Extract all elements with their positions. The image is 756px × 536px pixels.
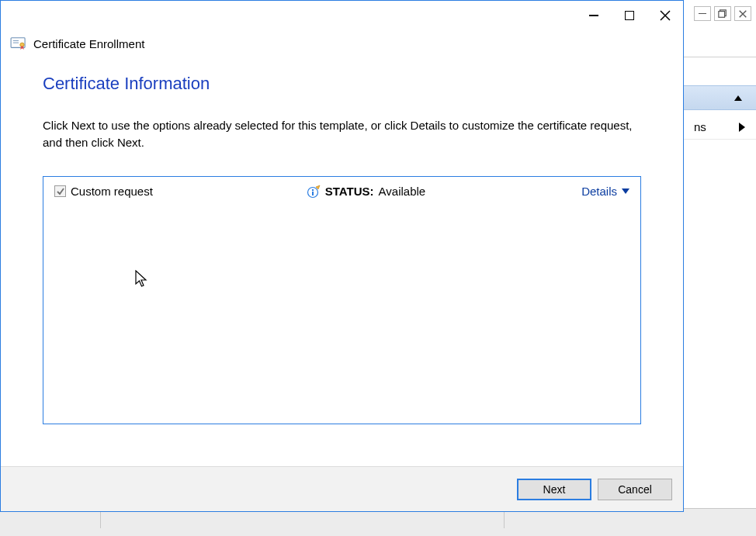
dialog-window-controls (576, 4, 683, 27)
template-status: STATUS: Available (307, 185, 514, 199)
dialog-header: Certificate Enrollment (1, 29, 683, 54)
parent-restore-button[interactable] (714, 6, 731, 21)
cancel-button-label: Cancel (618, 483, 652, 496)
instruction-text: Click Next to use the options already se… (43, 117, 641, 151)
next-button[interactable]: Next (517, 479, 591, 500)
minimize-button[interactable] (576, 4, 612, 27)
certificate-templates-list: Custom request STATUS: Available De (43, 176, 641, 424)
template-checkbox[interactable] (54, 185, 66, 197)
dialog-title: Certificate Enrollment (33, 37, 144, 50)
dialog-body: Certificate Information Click Next to us… (1, 54, 683, 466)
parent-minimize-button[interactable] (694, 6, 711, 21)
parent-window-controls (694, 6, 751, 21)
certificate-icon (10, 36, 27, 50)
svg-rect-8 (312, 192, 314, 195)
certificate-enrollment-dialog: Certificate Enrollment Certificate Infor… (0, 0, 684, 512)
parent-actions-row[interactable]: ns (683, 115, 756, 140)
parent-column-header[interactable] (683, 85, 756, 110)
svg-rect-1 (719, 11, 725, 17)
parent-truncated-label: ns (694, 120, 706, 133)
dialog-footer: Next Cancel (1, 466, 683, 511)
parent-status-bar (0, 508, 756, 536)
info-icon (307, 185, 321, 199)
status-label: STATUS: (325, 185, 374, 198)
status-value: Available (379, 185, 426, 198)
close-button[interactable] (647, 4, 683, 27)
chevron-down-icon (622, 188, 629, 194)
chevron-right-icon (739, 123, 745, 132)
parent-close-button[interactable] (734, 6, 751, 21)
template-row: Custom request STATUS: Available De (54, 185, 629, 199)
svg-point-7 (312, 188, 314, 190)
cancel-button[interactable]: Cancel (598, 479, 672, 500)
page-heading: Certificate Information (43, 74, 641, 94)
details-label: Details (581, 185, 617, 198)
details-toggle[interactable]: Details (581, 185, 629, 198)
maximize-button[interactable] (612, 4, 647, 27)
next-button-label: Next (543, 483, 566, 496)
collapse-up-icon (734, 95, 742, 101)
template-name: Custom request (71, 185, 307, 198)
